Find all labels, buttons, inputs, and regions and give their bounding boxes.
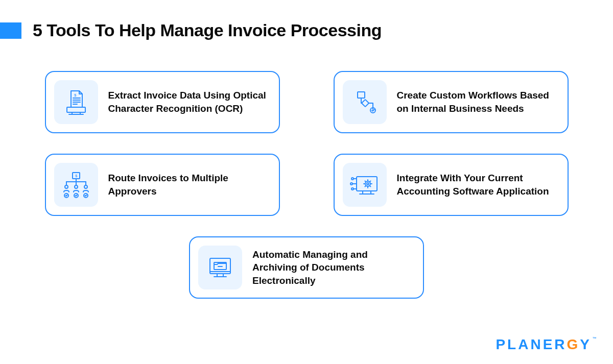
- workflow-icon: [343, 80, 387, 124]
- archive-icon: [198, 246, 242, 289]
- card-grid: $ Extract Invoice Data Using Optical Cha…: [0, 71, 613, 309]
- card-workflow: Create Custom Workflows Based on Interna…: [334, 71, 569, 133]
- accent-bar: [0, 22, 21, 39]
- svg-point-30: [367, 183, 369, 185]
- svg-line-36: [370, 186, 371, 187]
- planergy-logo: PLANERGY™: [496, 336, 597, 353]
- svg-text:$: $: [74, 93, 77, 98]
- svg-text:$: $: [75, 174, 78, 178]
- card-label: Route Invoices to Multiple Approvers: [108, 172, 269, 198]
- card-ocr: $ Extract Invoice Data Using Optical Cha…: [45, 71, 280, 133]
- svg-line-37: [370, 181, 371, 182]
- svg-rect-0: [67, 107, 85, 112]
- title-row: 5 Tools To Help Manage Invoice Processin…: [0, 0, 613, 40]
- card-integrate: Integrate With Your Current Accounting S…: [334, 154, 569, 216]
- card-archive: Automatic Managing and Archiving of Docu…: [189, 236, 424, 299]
- page-title: 5 Tools To Help Manage Invoice Processin…: [33, 20, 382, 40]
- ocr-extract-icon: $: [54, 80, 98, 124]
- card-route: $ Route Invoices to Multiple Approvers: [45, 154, 280, 216]
- svg-point-20: [75, 185, 78, 188]
- svg-rect-10: [361, 100, 368, 107]
- svg-rect-9: [358, 92, 365, 98]
- integration-icon: [343, 163, 387, 207]
- svg-line-38: [365, 186, 366, 187]
- route-approvers-icon: $: [54, 163, 98, 207]
- card-label: Automatic Managing and Archiving of Docu…: [252, 248, 413, 287]
- svg-point-21: [84, 185, 87, 188]
- svg-point-19: [65, 185, 68, 188]
- card-label: Create Custom Workflows Based on Interna…: [397, 89, 557, 115]
- svg-line-35: [365, 181, 366, 182]
- card-label: Extract Invoice Data Using Optical Chara…: [108, 89, 269, 115]
- card-label: Integrate With Your Current Accounting S…: [397, 172, 557, 198]
